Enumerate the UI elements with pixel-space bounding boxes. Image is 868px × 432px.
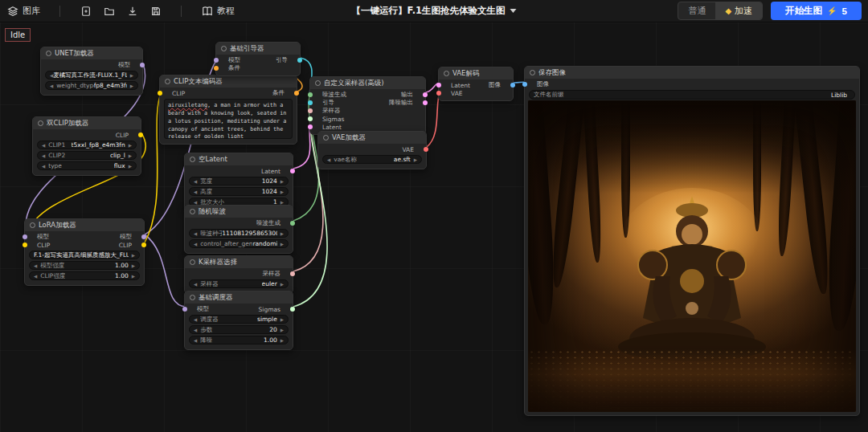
- widget-clip1[interactable]: CLIP1 t5xxl_fp8_e4m3fn: [37, 141, 137, 149]
- port-sigmas-input[interactable]: Sigmas: [317, 116, 344, 123]
- widget-type[interactable]: type flux: [37, 161, 137, 170]
- node-basic-guider[interactable]: 基础引导器 模型 引导 条件: [215, 42, 301, 76]
- port-noise-input[interactable]: 噪波生成: [317, 91, 346, 99]
- widget-vae-name[interactable]: vae名称 ae.sft: [322, 155, 422, 164]
- widget-clip2[interactable]: CLIP2 clip_l: [37, 151, 137, 160]
- widget-filename-prefix[interactable]: 文件名前缀 Liblib: [529, 90, 855, 100]
- port-latent-output[interactable]: Latent: [261, 168, 286, 175]
- port-sampler-input[interactable]: 采样器: [317, 107, 341, 115]
- next-arrow-icon[interactable]: [132, 272, 135, 279]
- widget-clip-strength[interactable]: CLIP强度 1.00: [29, 271, 140, 280]
- prev-arrow-icon[interactable]: [42, 141, 45, 149]
- port-denoised-output[interactable]: 降噪输出: [389, 99, 419, 107]
- widget-model-strength[interactable]: 模型强度 1.00: [29, 261, 140, 270]
- generate-button[interactable]: 开始生图 ⚡ 5: [771, 2, 862, 20]
- widget-unet-name[interactable]: 麦橘写真工作流-FLUX.1_FLUX.1-dev-fp8: [45, 71, 138, 79]
- widget-noise-seed[interactable]: 噪波种子 1110812958653004: [189, 229, 289, 238]
- node-empty-latent[interactable]: 空Latent Latent 宽度 1024 高度 1024 批次大小 1: [184, 153, 293, 212]
- node-graph-canvas[interactable]: Idle UNET加载器 模型 麦橘写真工作流-FLUX.1_FLUX.1-de…: [0, 22, 868, 432]
- prev-arrow-icon[interactable]: [194, 336, 197, 344]
- port-vae-input[interactable]: VAE: [445, 90, 463, 97]
- workflow-title-dropdown[interactable]: 【一键运行】F.1生图抢先体验文生图: [351, 5, 516, 17]
- widget-denoise[interactable]: 降噪 1.00: [189, 336, 289, 344]
- widget-scheduler[interactable]: 调度器 simple: [189, 315, 289, 324]
- prev-arrow-icon[interactable]: [42, 152, 45, 159]
- prev-arrow-icon[interactable]: [194, 188, 197, 195]
- open-folder-button[interactable]: [103, 5, 115, 17]
- prev-arrow-icon[interactable]: [194, 230, 197, 237]
- widget-height[interactable]: 高度 1024: [189, 187, 289, 196]
- node-unet-loader[interactable]: UNET加载器 模型 麦橘写真工作流-FLUX.1_FLUX.1-dev-fp8…: [40, 47, 143, 96]
- node-basic-scheduler[interactable]: 基础调度器 模型 Sigmas 调度器 simple 步数 20 降噪 1.00: [184, 291, 293, 350]
- prev-arrow-icon[interactable]: [194, 326, 197, 333]
- port-latent-input[interactable]: Latent: [445, 82, 470, 89]
- next-arrow-icon[interactable]: [280, 326, 284, 333]
- widget-control-after-generate[interactable]: control_after_generate randomize: [189, 239, 289, 248]
- next-arrow-icon[interactable]: [280, 280, 284, 287]
- port-clip-input[interactable]: CLIP: [166, 90, 185, 97]
- save-button[interactable]: [149, 5, 162, 17]
- port-output[interactable]: 输出: [401, 91, 419, 99]
- next-arrow-icon[interactable]: [130, 82, 133, 89]
- node-clip-text-encoder[interactable]: CLIP文本编码器 CLIP 条件 airuxiletang, a man in…: [159, 75, 297, 145]
- next-arrow-icon[interactable]: [414, 156, 417, 163]
- gallery-button[interactable]: 图库: [6, 5, 40, 17]
- port-guider-output[interactable]: 引导: [276, 56, 293, 64]
- widget-sampler-name[interactable]: 采样器 euler: [189, 279, 289, 288]
- node-custom-sampler-advanced[interactable]: 自定义采样器(高级) 噪波生成 输出 引导 降噪输出 采样器 Sigmas La…: [309, 76, 426, 135]
- next-arrow-icon[interactable]: [132, 251, 135, 259]
- port-model-output[interactable]: 模型: [120, 233, 137, 241]
- next-arrow-icon[interactable]: [280, 188, 284, 195]
- next-arrow-icon[interactable]: [280, 336, 284, 344]
- next-arrow-icon[interactable]: [129, 152, 132, 159]
- prev-arrow-icon[interactable]: [194, 316, 197, 323]
- import-button[interactable]: [126, 5, 138, 17]
- widget-steps[interactable]: 步数 20: [189, 325, 289, 334]
- node-vae-decode[interactable]: VAE解码 Latent 图像 VAE: [438, 67, 514, 101]
- port-sampler-output[interactable]: 采样器: [263, 270, 287, 278]
- next-arrow-icon[interactable]: [280, 316, 284, 323]
- mode-normal-option[interactable]: 普通: [678, 2, 715, 19]
- port-conditioning-output[interactable]: 条件: [272, 89, 290, 97]
- node-random-noise[interactable]: 随机噪波 噪波生成 噪波种子 1110812958653004 control_…: [184, 205, 293, 254]
- next-arrow-icon[interactable]: [280, 177, 284, 185]
- port-sigmas-output[interactable]: Sigmas: [259, 306, 286, 313]
- node-lora-loader[interactable]: LoRA加载器 模型 模型 CLIP CLIP F.1-超写实逼真高细腻质感放大…: [24, 218, 145, 286]
- port-clip-output[interactable]: CLIP: [119, 242, 137, 249]
- port-conditioning-input[interactable]: 条件: [223, 64, 240, 72]
- next-arrow-icon[interactable]: [129, 141, 132, 149]
- node-ksampler-select[interactable]: K采样器选择 采样器 采样器 euler: [184, 255, 293, 294]
- port-vae-output[interactable]: VAE: [402, 146, 420, 153]
- prev-arrow-icon[interactable]: [50, 82, 53, 89]
- port-model-output[interactable]: 模型: [118, 61, 136, 69]
- next-arrow-icon[interactable]: [130, 71, 133, 79]
- prev-arrow-icon[interactable]: [34, 272, 37, 279]
- port-image-output[interactable]: 图像: [489, 81, 506, 89]
- next-arrow-icon[interactable]: [129, 162, 132, 169]
- next-arrow-icon[interactable]: [132, 262, 135, 269]
- prompt-textarea[interactable]: airuxiletang, a man in armor with a bear…: [164, 99, 293, 139]
- port-noise-output[interactable]: 噪波生成: [256, 219, 286, 227]
- port-clip-output[interactable]: CLIP: [116, 132, 134, 139]
- new-file-button[interactable]: [80, 5, 92, 17]
- port-latent-input[interactable]: Latent: [317, 124, 342, 131]
- port-model-input[interactable]: 模型: [223, 56, 240, 64]
- node-dualclip-loader[interactable]: 双CLIP加载器 CLIP CLIP1 t5xxl_fp8_e4m3fn CLI…: [32, 116, 141, 176]
- prev-arrow-icon[interactable]: [194, 280, 197, 287]
- port-image-input[interactable]: 图像: [531, 80, 549, 88]
- prev-arrow-icon[interactable]: [34, 262, 37, 269]
- node-vae-loader[interactable]: VAE加载器 VAE vae名称 ae.sft: [317, 131, 427, 169]
- mode-boost-option[interactable]: ◆ 加速: [715, 2, 762, 19]
- tutorial-button[interactable]: 教程: [201, 5, 235, 17]
- prev-arrow-icon[interactable]: [42, 162, 45, 169]
- node-save-image[interactable]: 保存图像 图像 文件名前缀 Liblib: [524, 66, 860, 416]
- widget-width[interactable]: 宽度 1024: [189, 177, 289, 185]
- port-guider-input[interactable]: 引导: [317, 99, 334, 107]
- prev-arrow-icon[interactable]: [194, 240, 197, 247]
- next-arrow-icon[interactable]: [280, 240, 284, 247]
- port-model-input[interactable]: 模型: [191, 305, 209, 313]
- next-arrow-icon[interactable]: [280, 230, 284, 237]
- prev-arrow-icon[interactable]: [327, 156, 330, 163]
- prev-arrow-icon[interactable]: [194, 177, 197, 185]
- port-model-input[interactable]: 模型: [31, 233, 49, 241]
